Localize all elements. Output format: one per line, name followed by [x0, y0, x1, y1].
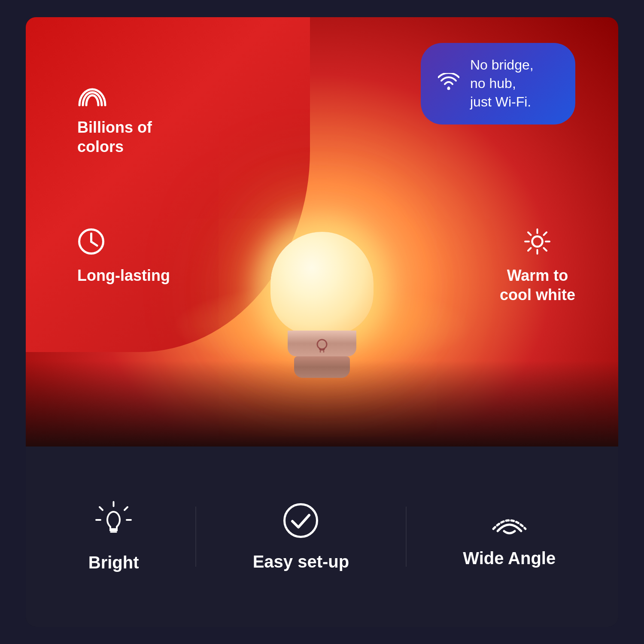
billions-title: Billions of colors — [77, 118, 152, 156]
sun-icon — [500, 228, 575, 261]
divider-1 — [195, 507, 196, 567]
checkmark-circle-icon — [283, 502, 319, 544]
main-container: No bridge, no hub, just Wi-Fi. Billions … — [26, 17, 618, 627]
svg-point-23 — [285, 504, 317, 537]
wifi-badge: No bridge, no hub, just Wi-Fi. — [421, 43, 575, 125]
longlasting-title: Long-lasting — [77, 266, 170, 285]
rainbow-icon — [77, 86, 152, 112]
svg-line-17 — [100, 507, 103, 510]
svg-line-10 — [544, 248, 547, 251]
svg-line-12 — [528, 248, 531, 251]
warmcool-title: Warm to cool white — [500, 266, 575, 304]
wide-angle-feature: Wide Angle — [463, 505, 556, 568]
bottom-features: Bright Easy set-up — [26, 447, 618, 627]
bright-feature: Bright — [88, 501, 139, 572]
lightbulb-icon — [95, 501, 132, 544]
bulb-base — [294, 356, 350, 378]
svg-point-0 — [447, 87, 450, 90]
svg-line-9 — [528, 232, 531, 235]
bulb-neck — [288, 331, 356, 356]
billions-feature: Billions of colors — [77, 86, 152, 156]
svg-line-18 — [125, 507, 128, 510]
hero-section: No bridge, no hub, just Wi-Fi. Billions … — [26, 17, 618, 447]
bulb — [262, 232, 382, 395]
longlasting-feature: Long-lasting — [77, 228, 170, 285]
clock-icon — [77, 228, 170, 261]
svg-line-3 — [91, 242, 97, 246]
wide-angle-label: Wide Angle — [463, 549, 556, 568]
divider-2 — [406, 507, 407, 567]
bulb-globe — [270, 232, 374, 335]
bright-label: Bright — [88, 553, 139, 572]
wide-angle-icon — [489, 505, 530, 540]
svg-point-4 — [532, 237, 543, 247]
easy-setup-label: Easy set-up — [253, 552, 349, 571]
svg-line-11 — [544, 232, 547, 235]
easy-setup-feature: Easy set-up — [253, 502, 349, 571]
lifx-logo — [313, 338, 331, 356]
svg-point-13 — [317, 340, 327, 349]
wifi-badge-text: No bridge, no hub, just Wi-Fi. — [470, 56, 534, 112]
warmcool-feature: Warm to cool white — [500, 228, 575, 304]
wifi-icon — [438, 73, 459, 94]
